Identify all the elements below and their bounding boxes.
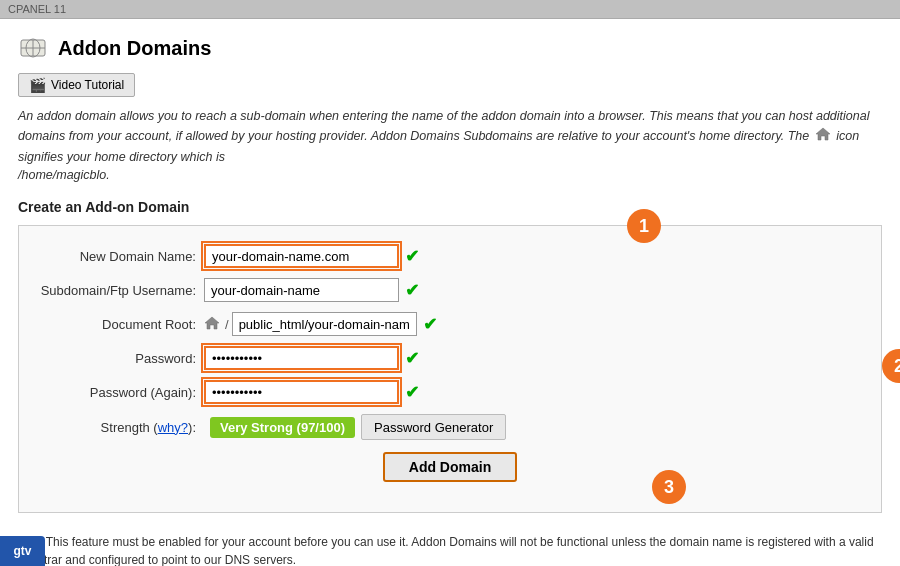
doc-root-label: Document Root:	[39, 317, 204, 332]
annotation-circle-2: 2	[882, 349, 900, 383]
main-container: Addon Domains 🎬 Video Tutorial An addon …	[0, 19, 900, 566]
video-tutorial-button[interactable]: 🎬 Video Tutorial	[18, 73, 135, 97]
svg-marker-4	[816, 128, 830, 140]
password-again-label: Password (Again):	[39, 385, 204, 400]
strength-row: Strength (why?): Very Strong (97/100) Pa…	[39, 414, 861, 440]
password-again-input[interactable]	[204, 380, 399, 404]
subdomain-row: Subdomain/Ftp Username: ✔	[39, 278, 861, 302]
annotation-circle-3: 3	[652, 470, 686, 504]
add-domain-row: Add Domain 3	[39, 452, 861, 482]
description-text: An addon domain allows you to reach a su…	[18, 107, 882, 185]
password-row: Password: ✔ 2	[39, 346, 861, 370]
film-icon: 🎬	[29, 77, 46, 93]
check-icon-domain: ✔	[405, 246, 419, 267]
form-panel: 1 New Domain Name: ✔ Subdomain/Ftp Usern…	[18, 225, 882, 513]
home-icon-inline	[815, 126, 831, 148]
annotation-circle-1: 1	[627, 209, 661, 243]
page-title: Addon Domains	[58, 37, 211, 60]
password-input[interactable]	[204, 346, 399, 370]
why-link[interactable]: why?	[158, 420, 188, 435]
new-domain-row: New Domain Name: ✔	[39, 244, 861, 268]
check-icon-subdomain: ✔	[405, 280, 419, 301]
new-domain-label: New Domain Name:	[39, 249, 204, 264]
cpanel-version: CPANEL 11	[8, 3, 66, 15]
subdomain-input[interactable]	[204, 278, 399, 302]
strength-badge: Very Strong (97/100)	[210, 417, 355, 438]
subdomain-label: Subdomain/Ftp Username:	[39, 283, 204, 298]
doc-root-slash: /	[225, 317, 229, 332]
doc-root-row: Document Root: / ✔	[39, 312, 861, 336]
check-icon-password-again: ✔	[405, 382, 419, 403]
doc-root-input[interactable]	[232, 312, 417, 336]
video-tutorial-label: Video Tutorial	[51, 78, 124, 92]
password-label: Password:	[39, 351, 204, 366]
password-again-row: Password (Again): ✔	[39, 380, 861, 404]
add-domain-button[interactable]: Add Domain	[383, 452, 517, 482]
page-header: Addon Domains	[18, 33, 882, 63]
section-title: Create an Add-on Domain	[18, 199, 882, 215]
hint-text: Hint: This feature must be enabled for y…	[18, 525, 882, 566]
svg-marker-5	[205, 317, 219, 329]
new-domain-input[interactable]	[204, 244, 399, 268]
addon-domains-icon	[18, 33, 48, 63]
top-bar: CPANEL 11	[0, 0, 900, 19]
home-icon-doc	[204, 315, 220, 334]
strength-label: Strength (why?):	[39, 420, 204, 435]
check-icon-password: ✔	[405, 348, 419, 369]
gtv-logo: gtv	[0, 536, 45, 566]
password-generator-button[interactable]: Password Generator	[361, 414, 506, 440]
check-icon-docroot: ✔	[423, 314, 437, 335]
